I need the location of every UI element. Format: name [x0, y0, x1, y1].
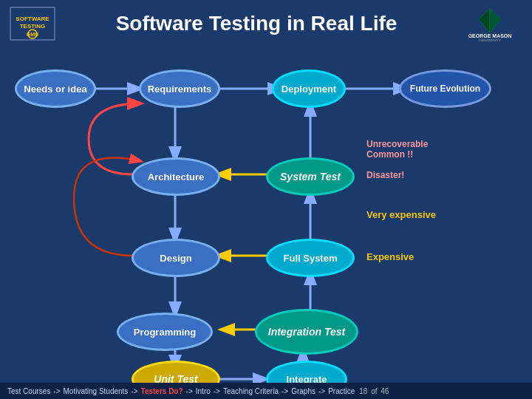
breadcrumb-practice: Practice	[328, 387, 355, 395]
node-requirements: Requirements	[139, 69, 220, 108]
node-needs: Needs or idea	[15, 69, 96, 108]
svg-text:UNIVERSITY: UNIVERSITY	[479, 38, 502, 41]
label-common: Common !!	[366, 149, 413, 160]
breadcrumb-sep1: ->	[53, 387, 60, 395]
breadcrumb-graphs: Graphs	[291, 387, 316, 395]
svg-text:SOFTWARE: SOFTWARE	[16, 16, 50, 22]
breadcrumb-teaching: Teaching Criteria	[223, 387, 279, 395]
node-future: Future Evolution	[399, 69, 491, 108]
label-expensive: Expensive	[366, 251, 414, 262]
page-title: Software Testing in Real Life	[56, 12, 457, 35]
svg-text:GEORGE MASON: GEORGE MASON	[468, 33, 512, 38]
breadcrumb-sep2: ->	[131, 387, 137, 395]
breadcrumb-intro: Intro	[196, 387, 211, 395]
label-very-expensive: Very expensive	[366, 209, 436, 220]
breadcrumb-test-courses: Test Courses	[7, 387, 50, 395]
page-number: 18 of 46	[358, 387, 390, 395]
breadcrumb-sep3: ->	[186, 387, 193, 395]
node-architecture: Architecture	[132, 157, 220, 196]
logo-area: SOFTWARE TESTING GMU	[9, 6, 56, 41]
node-design: Design	[132, 239, 220, 277]
label-disaster: Disaster!	[366, 170, 404, 180]
node-integration-test: Integration Test	[255, 309, 358, 355]
breadcrumb-testers: Testers Do?	[141, 387, 183, 395]
svg-text:TESTING: TESTING	[20, 23, 46, 30]
svg-text:GMU: GMU	[27, 32, 38, 37]
breadcrumb-motivating: Motivating Students	[64, 387, 129, 395]
node-deployment: Deployment	[272, 69, 346, 108]
breadcrumb-sep4: ->	[214, 387, 220, 395]
footer: Test Courses -> Motivating Students -> T…	[0, 383, 532, 399]
node-system-test: System Test	[266, 157, 355, 196]
header: SOFTWARE TESTING GMU Software Testing in…	[0, 0, 532, 47]
gmu-logo: SOFTWARE TESTING GMU	[9, 6, 56, 41]
breadcrumb-sep5: ->	[282, 387, 288, 395]
mason-logo: GEORGE MASON UNIVERSITY	[457, 6, 523, 41]
node-programming: Programming	[117, 313, 213, 351]
diagram: Needs or idea Requirements Deployment Fu…	[0, 50, 532, 390]
label-unrecoverable: Unrecoverable	[366, 139, 428, 149]
breadcrumb-sep6: ->	[318, 387, 325, 395]
node-full-system: Full System	[266, 239, 355, 277]
